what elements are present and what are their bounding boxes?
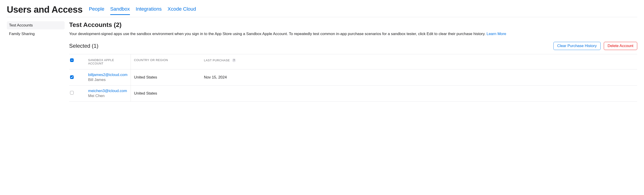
account-email-link[interactable]: meichen3@icloud.com bbox=[88, 89, 128, 93]
content-area: Test Accounts Family Sharing Test Accoun… bbox=[7, 21, 637, 102]
page-header: Users and Access People Sandbox Integrat… bbox=[7, 5, 637, 17]
main-content: Test Accounts (2) Your development-signe… bbox=[65, 21, 637, 102]
region-cell: United States bbox=[131, 69, 201, 85]
region-cell: United States bbox=[131, 85, 201, 101]
last-purchase-cell bbox=[201, 85, 637, 101]
sidebar-item-label: Family Sharing bbox=[9, 32, 34, 36]
learn-more-link[interactable]: Learn More bbox=[486, 32, 506, 36]
table-header-row: SANDBOX APPLE ACCOUNT COUNTRY OR REGION … bbox=[69, 54, 637, 69]
sidebar-item-family-sharing[interactable]: Family Sharing bbox=[7, 30, 65, 38]
checkmark-icon bbox=[70, 76, 73, 79]
region-column-header: COUNTRY OR REGION bbox=[131, 54, 201, 69]
tab-people[interactable]: People bbox=[89, 6, 104, 15]
last-purchase-column-header: LAST PURCHASE ? bbox=[201, 54, 637, 69]
indeterminate-icon bbox=[70, 59, 73, 62]
page-title: Users and Access bbox=[7, 5, 82, 15]
row-checkbox-cell bbox=[69, 85, 85, 101]
selected-count: Selected (1) bbox=[69, 43, 98, 49]
section-title: Test Accounts (2) bbox=[69, 21, 637, 29]
row-checkbox[interactable] bbox=[70, 91, 74, 95]
account-person-name: Mei Chen bbox=[88, 94, 104, 98]
account-column-header: SANDBOX APPLE ACCOUNT bbox=[85, 54, 131, 69]
table-row: meichen3@icloud.com Mei Chen United Stat… bbox=[69, 85, 637, 101]
accounts-table: SANDBOX APPLE ACCOUNT COUNTRY OR REGION … bbox=[69, 54, 637, 102]
row-checkbox[interactable] bbox=[70, 75, 74, 79]
section-description: Your development-signed apps use the san… bbox=[69, 31, 637, 37]
account-cell: meichen3@icloud.com Mei Chen bbox=[85, 85, 131, 101]
select-all-header bbox=[69, 54, 85, 69]
tab-sandbox[interactable]: Sandbox bbox=[110, 6, 130, 15]
last-purchase-label: LAST PURCHASE bbox=[204, 58, 230, 62]
sidebar: Test Accounts Family Sharing bbox=[7, 21, 65, 102]
tab-bar: People Sandbox Integrations Xcode Cloud bbox=[89, 6, 196, 15]
tab-integrations[interactable]: Integrations bbox=[136, 6, 162, 15]
table-row: billjames2@icloud.com Bill James United … bbox=[69, 69, 637, 85]
sidebar-item-test-accounts[interactable]: Test Accounts bbox=[7, 21, 65, 29]
selection-row: Selected (1) Clear Purchase History Dele… bbox=[69, 42, 637, 50]
clear-purchase-history-button[interactable]: Clear Purchase History bbox=[554, 42, 600, 50]
tab-xcode-cloud[interactable]: Xcode Cloud bbox=[168, 6, 196, 15]
account-cell: billjames2@icloud.com Bill James bbox=[85, 69, 131, 85]
account-email-link[interactable]: billjames2@icloud.com bbox=[88, 73, 128, 77]
action-buttons: Clear Purchase History Delete Account bbox=[554, 42, 637, 50]
last-purchase-cell: Nov 15, 2024 bbox=[201, 69, 637, 85]
svg-rect-0 bbox=[71, 60, 73, 60]
description-text: Your development-signed apps use the san… bbox=[69, 32, 486, 36]
sidebar-item-label: Test Accounts bbox=[9, 23, 33, 27]
help-icon[interactable]: ? bbox=[232, 58, 236, 62]
select-all-checkbox[interactable] bbox=[70, 58, 74, 62]
delete-account-button[interactable]: Delete Account bbox=[604, 42, 637, 50]
account-person-name: Bill James bbox=[88, 78, 106, 82]
row-checkbox-cell bbox=[69, 69, 85, 85]
